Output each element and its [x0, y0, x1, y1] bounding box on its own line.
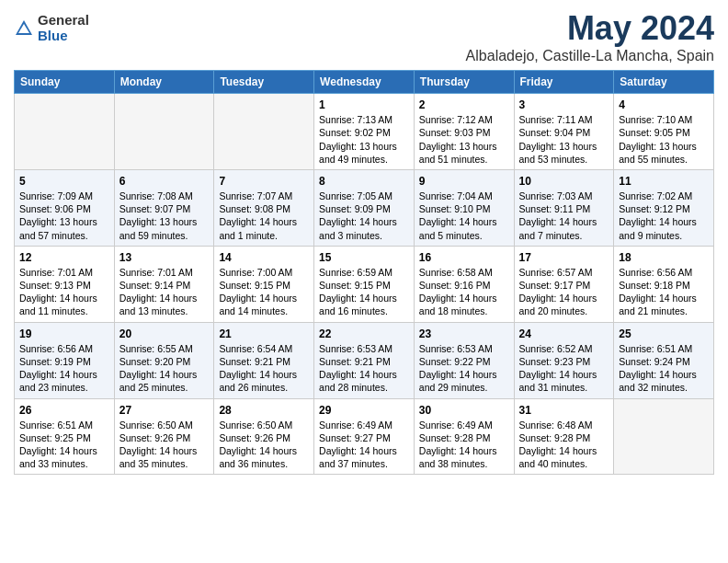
- daylight-text: Daylight: 14 hours and 31 minutes.: [519, 368, 609, 394]
- calendar-day: 31Sunrise: 6:48 AMSunset: 9:28 PMDayligh…: [514, 398, 614, 475]
- calendar-week-4: 19Sunrise: 6:56 AMSunset: 9:19 PMDayligh…: [15, 322, 714, 398]
- calendar-week-5: 26Sunrise: 6:51 AMSunset: 9:25 PMDayligh…: [15, 398, 714, 475]
- sunset-text: Sunset: 9:21 PM: [219, 355, 309, 368]
- sunrise-text: Sunrise: 6:51 AM: [619, 342, 709, 355]
- calendar-day: 5Sunrise: 7:09 AMSunset: 9:06 PMDaylight…: [15, 169, 115, 246]
- sunrise-text: Sunrise: 7:11 AM: [519, 113, 609, 126]
- day-number: 25: [619, 327, 709, 341]
- day-number: 4: [619, 98, 709, 112]
- calendar-day: 26Sunrise: 6:51 AMSunset: 9:25 PMDayligh…: [15, 398, 115, 475]
- daylight-text: Daylight: 14 hours and 38 minutes.: [419, 444, 509, 470]
- calendar-week-1: 1Sunrise: 7:13 AMSunset: 9:02 PMDaylight…: [15, 94, 714, 170]
- day-number: 31: [519, 403, 609, 418]
- calendar-header: SundayMondayTuesdayWednesdayThursdayFrid…: [15, 71, 714, 94]
- day-header-saturday: Saturday: [614, 71, 714, 94]
- sunset-text: Sunset: 9:08 PM: [219, 202, 309, 215]
- sunrise-text: Sunrise: 7:12 AM: [419, 113, 509, 126]
- sunrise-text: Sunrise: 7:08 AM: [119, 190, 210, 202]
- sunset-text: Sunset: 9:17 PM: [519, 279, 609, 292]
- sunrise-text: Sunrise: 7:00 AM: [219, 266, 309, 279]
- calendar-day: 29Sunrise: 6:49 AMSunset: 9:27 PMDayligh…: [314, 398, 415, 475]
- day-header-monday: Monday: [114, 71, 214, 94]
- day-number: 10: [519, 174, 609, 189]
- day-number: 18: [619, 250, 709, 265]
- calendar-week-2: 5Sunrise: 7:09 AMSunset: 9:06 PMDaylight…: [15, 169, 714, 246]
- days-header-row: SundayMondayTuesdayWednesdayThursdayFrid…: [15, 71, 714, 94]
- sunrise-text: Sunrise: 7:05 AM: [319, 190, 409, 202]
- daylight-text: Daylight: 14 hours and 23 minutes.: [19, 368, 109, 394]
- sunrise-text: Sunrise: 7:09 AM: [19, 190, 109, 202]
- sunset-text: Sunset: 9:28 PM: [519, 431, 609, 444]
- day-number: 7: [219, 174, 309, 189]
- daylight-text: Daylight: 14 hours and 7 minutes.: [519, 215, 609, 241]
- logo-text: General Blue: [38, 13, 89, 43]
- sunrise-text: Sunrise: 6:54 AM: [219, 342, 309, 355]
- calendar-day: 21Sunrise: 6:54 AMSunset: 9:21 PMDayligh…: [214, 322, 314, 398]
- calendar-day: 20Sunrise: 6:55 AMSunset: 9:20 PMDayligh…: [114, 322, 214, 398]
- calendar-day: 18Sunrise: 6:56 AMSunset: 9:18 PMDayligh…: [614, 246, 714, 322]
- daylight-text: Daylight: 13 hours and 57 minutes.: [19, 215, 109, 241]
- sunset-text: Sunset: 9:19 PM: [19, 355, 109, 368]
- calendar-day: 8Sunrise: 7:05 AMSunset: 9:09 PMDaylight…: [314, 169, 415, 246]
- day-header-wednesday: Wednesday: [314, 71, 415, 94]
- daylight-text: Daylight: 14 hours and 9 minutes.: [619, 215, 709, 241]
- day-number: 30: [419, 403, 509, 418]
- day-number: 23: [419, 327, 509, 341]
- calendar-day: 25Sunrise: 6:51 AMSunset: 9:24 PMDayligh…: [614, 322, 714, 398]
- sunrise-text: Sunrise: 6:55 AM: [119, 342, 210, 355]
- title-area: May 2024 Albaladejo, Castille-La Mancha,…: [466, 9, 714, 64]
- daylight-text: Daylight: 14 hours and 25 minutes.: [119, 368, 210, 394]
- daylight-text: Daylight: 13 hours and 51 minutes.: [419, 140, 509, 166]
- daylight-text: Daylight: 14 hours and 37 minutes.: [319, 444, 409, 470]
- sunset-text: Sunset: 9:23 PM: [519, 355, 609, 368]
- calendar-day: 2Sunrise: 7:12 AMSunset: 9:03 PMDaylight…: [414, 94, 514, 170]
- calendar-day: 16Sunrise: 6:58 AMSunset: 9:16 PMDayligh…: [414, 246, 514, 322]
- sunrise-text: Sunrise: 7:07 AM: [219, 190, 309, 202]
- calendar-day: 1Sunrise: 7:13 AMSunset: 9:02 PMDaylight…: [314, 94, 415, 170]
- day-header-sunday: Sunday: [15, 71, 115, 94]
- sunrise-text: Sunrise: 6:51 AM: [19, 419, 109, 431]
- sunset-text: Sunset: 9:07 PM: [119, 202, 210, 215]
- daylight-text: Daylight: 14 hours and 20 minutes.: [519, 292, 609, 317]
- sunset-text: Sunset: 9:24 PM: [619, 355, 709, 368]
- day-number: 22: [319, 327, 409, 341]
- sunset-text: Sunset: 9:15 PM: [219, 279, 309, 292]
- sunset-text: Sunset: 9:26 PM: [219, 431, 309, 444]
- sunset-text: Sunset: 9:15 PM: [319, 279, 409, 292]
- daylight-text: Daylight: 14 hours and 32 minutes.: [619, 368, 709, 394]
- sunset-text: Sunset: 9:13 PM: [19, 279, 109, 292]
- day-number: 19: [19, 327, 109, 341]
- sunset-text: Sunset: 9:02 PM: [319, 126, 409, 139]
- sunset-text: Sunset: 9:18 PM: [619, 279, 709, 292]
- calendar-day: [614, 398, 714, 475]
- logo-general: General: [38, 13, 89, 29]
- sunset-text: Sunset: 9:28 PM: [419, 431, 509, 444]
- calendar-day: 4Sunrise: 7:10 AMSunset: 9:05 PMDaylight…: [614, 94, 714, 170]
- logo-blue: Blue: [38, 29, 89, 44]
- sunset-text: Sunset: 9:12 PM: [619, 202, 709, 215]
- day-number: 29: [319, 403, 409, 418]
- sunrise-text: Sunrise: 7:13 AM: [319, 113, 409, 126]
- calendar-day: 7Sunrise: 7:07 AMSunset: 9:08 PMDaylight…: [214, 169, 314, 246]
- day-number: 9: [419, 174, 509, 189]
- logo: General Blue: [14, 13, 89, 43]
- day-number: 24: [519, 327, 609, 341]
- sunrise-text: Sunrise: 7:10 AM: [619, 113, 709, 126]
- day-number: 2: [419, 98, 509, 112]
- day-number: 21: [219, 327, 309, 341]
- day-number: 17: [519, 250, 609, 265]
- calendar-day: [214, 94, 314, 170]
- sunrise-text: Sunrise: 6:53 AM: [319, 342, 409, 355]
- day-number: 26: [19, 403, 109, 418]
- daylight-text: Daylight: 14 hours and 29 minutes.: [419, 368, 509, 394]
- calendar-day: [15, 94, 115, 170]
- daylight-text: Daylight: 14 hours and 35 minutes.: [119, 444, 210, 470]
- sunset-text: Sunset: 9:14 PM: [119, 279, 210, 292]
- sunrise-text: Sunrise: 6:50 AM: [219, 419, 309, 431]
- calendar-day: 14Sunrise: 7:00 AMSunset: 9:15 PMDayligh…: [214, 246, 314, 322]
- calendar-day: 24Sunrise: 6:52 AMSunset: 9:23 PMDayligh…: [514, 322, 614, 398]
- day-number: 6: [119, 174, 210, 189]
- daylight-text: Daylight: 14 hours and 16 minutes.: [319, 292, 409, 317]
- calendar-day: 19Sunrise: 6:56 AMSunset: 9:19 PMDayligh…: [15, 322, 115, 398]
- calendar-day: 17Sunrise: 6:57 AMSunset: 9:17 PMDayligh…: [514, 246, 614, 322]
